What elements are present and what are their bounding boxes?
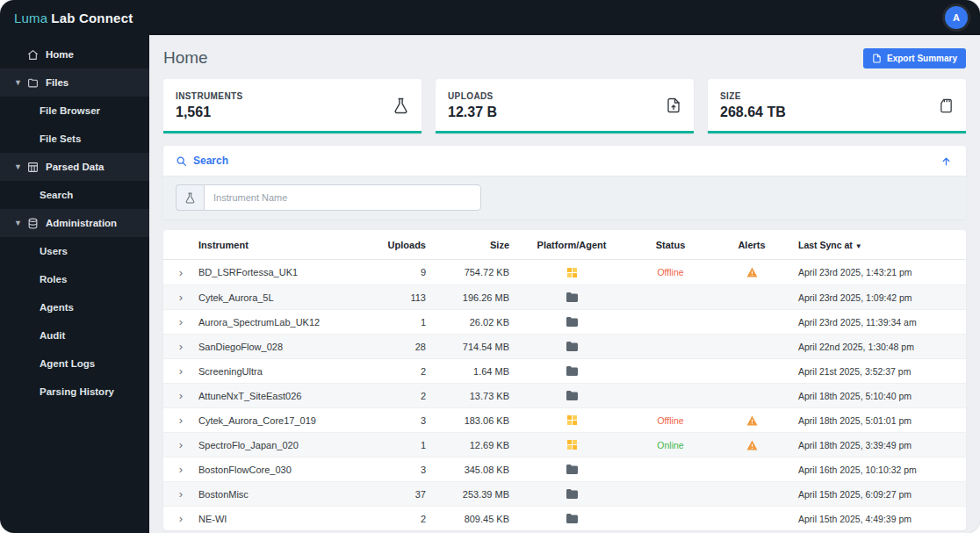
instrument-name: BostonMisc [198, 489, 365, 500]
instrument-name: SpectroFlo_Japan_020 [198, 440, 365, 450]
last-sync-value: April 15th 2025, 6:09:27 pm [791, 489, 966, 500]
row-expand-chevron[interactable]: › [179, 513, 183, 524]
sidebar-item-file-sets[interactable]: File Sets [0, 125, 149, 153]
sidebar-item-search[interactable]: Search [0, 181, 149, 209]
row-expand-chevron[interactable]: › [179, 365, 183, 377]
export-summary-button[interactable]: Export Summary [863, 48, 966, 68]
stat-value: 1,561 [176, 104, 243, 120]
sidebar-item-agents[interactable]: Agents [0, 293, 149, 321]
column-header-alerts[interactable]: Alerts [712, 240, 791, 250]
platform-folder-icon [566, 317, 578, 327]
topbar: LumaLab Connect A [0, 0, 980, 35]
sidebar-item-home[interactable]: Home [0, 40, 149, 68]
table-row[interactable]: ›BostonFlowCore_0303345.08 KBApril 16th … [163, 457, 966, 481]
uploads-count: 9 [365, 267, 431, 277]
status-badge: Offline [657, 415, 683, 426]
instrument-name-input[interactable] [204, 184, 481, 211]
caret-down-icon: ▼ [14, 219, 21, 227]
sidebar-item-label: Administration [46, 218, 117, 228]
warning-icon [746, 267, 758, 277]
logo-luma: Luma [14, 11, 47, 25]
sidebar-item-label: Users [40, 246, 68, 256]
last-sync-value: April 21st 2025, 3:52:37 pm [791, 366, 966, 377]
sidebar-item-label: Audit [40, 330, 65, 341]
column-header-size[interactable]: Size [431, 240, 515, 250]
row-expand-chevron[interactable]: › [179, 341, 183, 352]
warning-icon [746, 440, 758, 450]
sidebar-item-users[interactable]: Users [0, 237, 149, 265]
collapse-panel-button[interactable] [939, 154, 954, 169]
sidebar-item-label: Agents [40, 302, 74, 313]
stat-card-instruments: INSTRUMENTS 1,561 [163, 79, 422, 133]
last-sync-value: April 18th 2025, 3:39:49 pm [791, 440, 966, 450]
table-row[interactable]: ›BD_LSRFortessa_UK19754.72 KBOfflineApri… [163, 260, 966, 285]
stat-label: INSTRUMENTS [176, 91, 243, 101]
column-header-platform[interactable]: Platform/Agent [515, 240, 629, 250]
last-sync-value: April 22nd 2025, 1:30:48 pm [791, 342, 966, 352]
table-icon [27, 162, 39, 173]
platform-folder-icon [566, 292, 578, 302]
last-sync-value: April 18th 2025, 5:01:01 pm [791, 415, 966, 426]
stat-value: 268.64 TB [720, 104, 786, 120]
sidebar-item-label: Search [40, 190, 73, 200]
sidebar-item-label: Files [46, 77, 68, 88]
uploads-count: 37 [365, 489, 431, 500]
stat-card-size: SIZE 268.64 TB [708, 79, 966, 133]
search-icon [176, 155, 187, 167]
file-upload-icon [666, 97, 681, 113]
size-value: 714.54 MB [431, 342, 515, 352]
sidebar-item-administration[interactable]: ▼Administration [0, 209, 149, 237]
column-header-uploads[interactable]: Uploads [365, 240, 431, 250]
row-expand-chevron[interactable]: › [179, 464, 183, 475]
uploads-count: 2 [365, 391, 431, 401]
sidebar: Home▼FilesFile BrowserFile Sets▼Parsed D… [0, 35, 149, 533]
row-expand-chevron[interactable]: › [179, 267, 183, 278]
instrument-flask-icon [176, 184, 204, 211]
sidebar-item-parsed-data[interactable]: ▼Parsed Data [0, 153, 149, 181]
size-value: 345.08 KB [431, 465, 515, 475]
table-header: Instrument Uploads Size Platform/Agent S… [163, 230, 966, 260]
platform-folder-icon [566, 366, 578, 376]
arrow-up-icon [940, 155, 952, 167]
table-row[interactable]: ›Aurora_SpectrumLab_UK12126.02 KBApril 2… [163, 309, 966, 334]
app-logo: LumaLab Connect [14, 11, 133, 25]
uploads-count: 28 [365, 342, 431, 352]
sidebar-item-parsing-history[interactable]: Parsing History [0, 378, 149, 406]
table-row[interactable]: ›BostonMisc37253.39 MBApril 15th 2025, 6… [163, 481, 966, 506]
row-expand-chevron[interactable]: › [179, 390, 183, 401]
avatar[interactable]: A [945, 6, 968, 29]
table-row[interactable]: ›AttuneNxT_SiteEast026213.73 KBApril 18t… [163, 383, 966, 407]
caret-down-icon: ▼ [14, 162, 21, 171]
sidebar-item-files[interactable]: ▼Files [0, 68, 149, 97]
app-window: LumaLab Connect A Home▼FilesFile Browser… [0, 0, 980, 533]
column-header-status[interactable]: Status [629, 240, 712, 250]
uploads-count: 1 [365, 440, 431, 450]
column-header-instrument[interactable]: Instrument [198, 240, 365, 250]
row-expand-chevron[interactable]: › [179, 292, 183, 303]
status-badge: Online [657, 440, 683, 450]
instrument-name: AttuneNxT_SiteEast026 [198, 391, 365, 401]
sidebar-item-agent-logs[interactable]: Agent Logs [0, 349, 149, 378]
table-row[interactable]: ›Cytek_Aurora_Core17_0193183.06 KBOfflin… [163, 407, 966, 432]
column-header-last-sync[interactable]: Last Sync at▼ [791, 240, 966, 250]
sidebar-item-file-browser[interactable]: File Browser [0, 97, 149, 125]
table-row[interactable]: ›NE-WI2809.45 KBApril 15th 2025, 4:49:39… [163, 506, 966, 530]
instrument-name: NE-WI [198, 514, 365, 524]
logo-lab-connect: Lab Connect [51, 11, 133, 25]
search-panel-toggle[interactable]: Search [176, 155, 228, 167]
uploads-count: 3 [365, 415, 431, 426]
row-expand-chevron[interactable]: › [179, 488, 183, 500]
row-expand-chevron[interactable]: › [179, 439, 183, 450]
table-row[interactable]: ›SpectroFlo_Japan_020112.69 KBOnlineApri… [163, 432, 966, 457]
row-expand-chevron[interactable]: › [179, 316, 183, 328]
instrument-name: Cytek_Aurora_5L [198, 292, 365, 303]
sidebar-item-roles[interactable]: Roles [0, 265, 149, 293]
table-row[interactable]: ›Cytek_Aurora_5L113196.26 MBApril 23rd 2… [163, 285, 966, 309]
status-badge: Offline [657, 267, 683, 277]
stat-label: SIZE [720, 91, 786, 101]
platform-folder-icon [566, 489, 578, 499]
table-row[interactable]: ›ScreeningUltra21.64 MBApril 21st 2025, … [163, 358, 966, 383]
table-row[interactable]: ›SanDiegoFlow_02828714.54 MBApril 22nd 2… [163, 334, 966, 358]
sidebar-item-audit[interactable]: Audit [0, 321, 149, 349]
row-expand-chevron[interactable]: › [179, 414, 183, 426]
